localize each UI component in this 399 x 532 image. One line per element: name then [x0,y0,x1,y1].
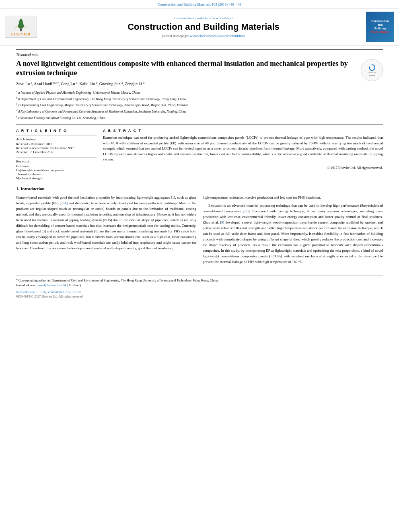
affiliation-c: c c Department of Civil Engineering, Mir… [16,102,383,108]
keyword-1: Extrusion [16,164,97,168]
copyright-notice: © 2017 Elsevier Ltd. All rights reserved… [103,166,383,170]
email-line: E-mail address: ahanif@connect.ust.hk (A… [16,283,383,288]
journal-homepage: journal homepage: www.elsevier.com/locat… [45,34,362,38]
ref-1[interactable]: 1 [172,195,174,199]
sciencedirect-info: Contents lists available at ScienceDirec… [45,16,362,20]
article-type-label: Technical note [16,49,383,57]
accepted-date: Accepted 18 December 2017 [16,150,97,154]
affiliations-section: a a Institute of Applied Physics and Mat… [16,89,383,120]
svg-point-3 [19,18,22,22]
article-history: Article history: Received 7 November 201… [16,135,97,154]
keywords-list: Extrusion Lightweight cementitious compo… [16,164,97,180]
intro-para-1: Cement-based materials with good thermal… [16,195,196,251]
affiliation-e: e e Sinomach Foundry and Metal Forming C… [16,115,383,121]
keywords-section: Keywords: Extrusion Lightweight cementit… [16,157,97,180]
logo-line2: and [371,23,389,27]
abstract-text: Extrusion technique was used for produci… [103,135,383,162]
logo-line1: Construction [371,19,389,23]
corresponding-author-text: * Corresponding author at: Department of… [16,279,218,282]
intro-para-3: Extrusion is an advanced material proces… [203,203,383,265]
affiliation-b: b b Department of Civil and Environmenta… [16,96,383,102]
intro-para-2: high-temperature resistance, massive pro… [203,195,383,201]
ref-9[interactable]: 9 [221,220,223,224]
email-name: (A. Hanif). [68,283,82,287]
abstract-title: A B S T R A C T [103,129,383,133]
authors-line: Zeyu Lu a, Asad Hanif b,c,*, Cong Lu d, … [16,81,383,86]
article-info-column: A R T I C L E I N F O Article history: R… [16,129,97,181]
ref-7-8[interactable]: 7,8 [244,209,248,213]
journal-center-info: Contents lists available at ScienceDirec… [45,16,362,38]
journal-logo-text: Construction and Building MATERIALS [371,19,389,35]
elsevier-tree-icon [11,18,31,32]
body-right-column: high-temperature resistance, massive pro… [203,195,383,267]
email-address[interactable]: ahanif@connect.ust.hk [37,283,67,287]
received-date: Received 7 November 2017 [16,142,97,146]
body-left-column: Cement-based materials with good thermal… [16,195,196,267]
affiliation-d: d d Key Laboratory of Concrete and Prest… [16,108,383,114]
affiliation-a: a a Institute of Applied Physics and Mat… [16,89,383,95]
article-history-label: Article history: [16,137,97,141]
ref-2-4[interactable]: 2–4 [61,201,66,205]
body-columns: Cement-based materials with good thermal… [16,195,383,267]
svg-rect-0 [20,29,22,31]
intro-section-title: 1. Introduction [16,186,383,191]
refresh-icon [368,64,376,72]
elsevier-logo-area: ELSEVIER [5,16,41,38]
journal-reference: Construction and Building Materials 163 … [0,0,399,8]
copyright-footer: 0950-0618/© 2017 Elsevier Ltd. All right… [16,295,383,298]
keyword-3: Thermal insulation [16,173,97,176]
journal-title: Construction and Building Materials [45,22,362,32]
keyword-4: Mechanical strength [16,177,97,180]
logo-line4: MATERIALS [371,30,389,34]
affiliation-b-text: b Department of Civil and Environmental … [18,97,186,101]
sciencedirect-prefix: Contents lists available at [175,16,212,20]
corresponding-author-footnote: * Corresponding author at: Department of… [16,278,383,283]
svg-marker-4 [369,66,370,68]
abstract-section: A B S T R A C T Extrusion technique was … [103,129,383,181]
affiliation-e-text: e Sinomach Foundry and Metal Forming Co.… [18,116,105,119]
journal-logo-right-area: Construction and Building MATERIALS [366,12,394,42]
email-label: E-mail address: [16,283,36,287]
title-wrapper: A novel lightweight cementitious composi… [16,59,383,78]
check-updates-label: Check forupdates [368,72,376,77]
journal-logo-right: Construction and Building MATERIALS [366,12,394,42]
doi-link[interactable]: https://doi.org/10.1016/j.conbuildmat.20… [16,290,81,294]
footnote-section: * Corresponding author at: Department of… [16,275,383,288]
affiliation-c-text: c Department of Civil Engineering, Mirpu… [18,103,188,107]
journal-homepage-link[interactable]: www.elsevier.com/locate/conbuildmat [190,34,245,38]
keyword-2: Lightweight cementitious composites [16,168,97,172]
article-info-abstract: A R T I C L E I N F O Article history: R… [16,124,383,181]
elsevier-brand-text: ELSEVIER [11,33,31,36]
ref-5[interactable]: 5 [43,229,45,233]
sciencedirect-link-text[interactable]: ScienceDirect [212,16,232,20]
elsevier-logo: ELSEVIER [5,16,37,38]
doi-section: https://doi.org/10.1016/j.conbuildmat.20… [16,290,383,294]
affiliation-d-text: d Key Laboratory of Concrete and Prestre… [18,110,186,113]
affiliation-a-text: a Institute of Applied Physics and Mater… [18,91,140,94]
check-for-updates-badge: Check forupdates [361,59,383,81]
ref-6[interactable]: 6 [95,229,97,233]
paper-title: A novel lightweight cementitious composi… [16,59,383,78]
journal-ref-text: Construction and Building Materials 163 … [158,2,241,6]
keywords-label: Keywords: [16,159,97,163]
article-info-title: A R T I C L E I N F O [16,129,97,133]
main-content: Technical note A novel lightweight cemen… [0,45,399,302]
journal-header: ELSEVIER Contents lists available at Sci… [0,8,399,45]
logo-line3: Building [371,27,389,30]
received-revised-date: Received in revised form 15 December 201… [16,146,97,150]
